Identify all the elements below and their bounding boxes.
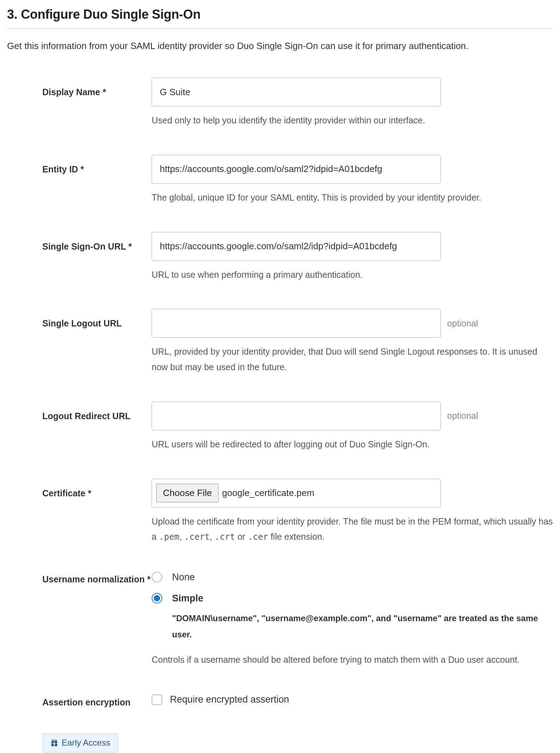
slo-url-label: Single Logout URL <box>42 309 152 332</box>
username-norm-simple-label: Simple <box>172 592 553 605</box>
entity-id-input[interactable] <box>152 155 441 184</box>
username-norm-label: Username normalization * <box>42 571 152 588</box>
entity-id-help: The global, unique ID for your SAML enti… <box>152 190 553 206</box>
assertion-encryption-label: Assertion encryption <box>42 694 152 711</box>
section-divider <box>7 28 553 29</box>
require-encrypted-assertion-label: Require encrypted assertion <box>170 694 289 705</box>
sso-url-help: URL to use when performing a primary aut… <box>152 267 553 283</box>
logout-redirect-label: Logout Redirect URL <box>42 402 152 425</box>
logout-redirect-optional: optional <box>447 411 478 421</box>
username-norm-radio-simple[interactable] <box>152 593 162 604</box>
early-access-text: Early Access <box>62 738 110 748</box>
sso-url-input[interactable] <box>152 232 441 261</box>
slo-url-optional: optional <box>447 318 478 329</box>
username-norm-simple-desc: "DOMAIN\username", "username@example.com… <box>172 610 553 642</box>
slo-url-input[interactable] <box>152 309 441 338</box>
sso-url-label: Single Sign-On URL * <box>42 232 152 255</box>
logout-redirect-help: URL users will be redirected to after lo… <box>152 437 553 452</box>
choose-file-button[interactable]: Choose File <box>156 484 219 502</box>
section-description: Get this information from your SAML iden… <box>7 39 553 53</box>
certificate-filename: google_certificate.pem <box>222 488 315 498</box>
logout-redirect-input[interactable] <box>152 402 441 430</box>
display-name-input[interactable] <box>152 78 441 106</box>
gift-icon <box>50 739 58 747</box>
certificate-label: Certificate * <box>42 479 152 502</box>
early-access-badge[interactable]: Early Access <box>42 733 118 752</box>
entity-id-label: Entity ID * <box>42 155 152 178</box>
display-name-help: Used only to help you identify the ident… <box>152 113 553 128</box>
username-norm-help: Controls if a username should be altered… <box>152 652 553 668</box>
certificate-file-box[interactable]: Choose File google_certificate.pem <box>152 479 441 508</box>
section-title: 3. Configure Duo Single Sign-On <box>7 7 553 22</box>
certificate-help: Upload the certificate from your identit… <box>152 514 553 545</box>
require-encrypted-assertion-checkbox[interactable] <box>152 694 162 705</box>
slo-url-help: URL, provided by your identity provider,… <box>152 344 553 375</box>
username-norm-radio-none[interactable] <box>152 572 162 582</box>
username-norm-none-label: None <box>172 571 553 583</box>
display-name-label: Display Name * <box>42 78 152 101</box>
